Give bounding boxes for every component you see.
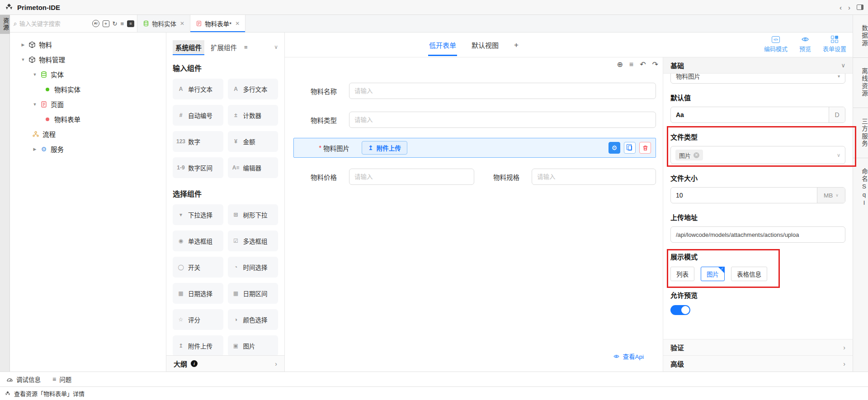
- file-size-unit-select[interactable]: MB ∨: [817, 188, 845, 203]
- component-tile-date-picker[interactable]: ▦日期选择: [173, 283, 223, 304]
- component-tile-time-picker[interactable]: ◔时间选择: [228, 257, 278, 278]
- component-tile-number[interactable]: 123数字: [173, 131, 223, 152]
- palette-menu-icon[interactable]: ≡: [244, 44, 248, 51]
- caret-expanded-icon[interactable]: ▼: [20, 57, 26, 62]
- strip-datasource-tab[interactable]: 数据源: [853, 15, 868, 58]
- component-tile-date-range[interactable]: ▦日期区间: [228, 283, 278, 304]
- preview-button[interactable]: 预览: [799, 35, 811, 53]
- problems-button[interactable]: ≡ 问题: [52, 375, 71, 384]
- bound-field-select[interactable]: 物料图片 ▾: [670, 74, 845, 84]
- form-canvas[interactable]: ⊕ ≡ ↶ ↷ 物料名称 物料类型: [285, 57, 663, 372]
- caret-collapsed-icon[interactable]: ▶: [20, 42, 26, 47]
- component-tile-number-range[interactable]: 1-9数字区间: [173, 157, 223, 178]
- group-basic-header[interactable]: 基础 ∨: [663, 57, 853, 74]
- caret-expanded-icon[interactable]: ▼: [32, 102, 38, 107]
- component-tile-radio-group[interactable]: ◉单选框组: [173, 231, 223, 251]
- ai-icon[interactable]: AI: [92, 20, 99, 27]
- caret-collapsed-icon[interactable]: ▶: [32, 147, 38, 151]
- field-row-material-image-selected[interactable]: * 物料图片 ↥ 附件上传 ⚙: [293, 138, 656, 158]
- component-tile-dropdown[interactable]: ▾下拉选择: [173, 204, 223, 225]
- tree-item-entity-group[interactable]: ▼ 实体: [10, 67, 166, 82]
- default-value-input[interactable]: [671, 111, 829, 118]
- component-tile-editor[interactable]: A≡编辑器: [228, 157, 278, 178]
- outline-bar[interactable]: 大纲 i ›: [166, 355, 284, 372]
- field-material-spec[interactable]: 物料规格: [493, 169, 656, 185]
- view-tab-default-view[interactable]: 默认视图: [471, 34, 500, 56]
- tree-item-service[interactable]: ▶ ⚙ 服务: [10, 141, 166, 156]
- data-view-icon[interactable]: ≡: [127, 20, 134, 27]
- field-settings-button[interactable]: ⚙: [609, 142, 620, 154]
- i18n-globe-icon[interactable]: ⊕: [617, 61, 623, 68]
- close-tab-icon[interactable]: ✕: [180, 20, 184, 27]
- tree-item-material-mgmt[interactable]: ▼ 物料管理: [10, 52, 166, 67]
- field-material-price[interactable]: 物料价格: [285, 169, 474, 185]
- tab-material-form[interactable]: 物料表单* ✕: [190, 15, 245, 32]
- code-mode-button[interactable]: </> 编码模式: [764, 35, 788, 53]
- tree-item-material[interactable]: ▶ 物料: [10, 37, 166, 52]
- allow-preview-toggle[interactable]: [670, 305, 690, 315]
- tab-material-entity[interactable]: 物料实体 ✕: [137, 15, 190, 32]
- file-size-input[interactable]: [671, 192, 817, 199]
- tree-item-material-form[interactable]: 物料表单: [10, 112, 166, 127]
- component-tile-amount[interactable]: ¥金额: [228, 131, 278, 152]
- field-copy-button[interactable]: [624, 142, 636, 154]
- view-api-link[interactable]: 查看Api: [613, 352, 644, 361]
- mode-table-info-button[interactable]: 表格信息: [731, 267, 767, 281]
- component-tile-attachment-upload[interactable]: ↥附件上传: [173, 335, 223, 355]
- activity-resources-tab[interactable]: 资源: [0, 15, 10, 34]
- tree-item-flow[interactable]: 流程: [10, 127, 166, 141]
- mode-list-button[interactable]: 列表: [670, 267, 694, 281]
- strip-offline-resources-tab[interactable]: 离线资源: [853, 58, 868, 108]
- debug-info-button[interactable]: 调试信息: [6, 375, 41, 384]
- nav-back-icon[interactable]: ‹: [840, 4, 842, 11]
- chevron-right-icon[interactable]: ›: [275, 360, 277, 367]
- tag-close-icon[interactable]: ✕: [693, 152, 699, 158]
- new-model-icon[interactable]: +: [103, 20, 109, 27]
- file-type-select[interactable]: 图片 ✕ ∨: [670, 146, 845, 164]
- component-tile-checkbox-group[interactable]: ☑多选框组: [228, 231, 278, 251]
- redo-icon[interactable]: ↷: [652, 61, 658, 68]
- tab-system-components[interactable]: 系统组件: [173, 40, 204, 54]
- strip-third-party-services-tab[interactable]: 三方服务: [853, 108, 868, 158]
- view-tab-lowcode-form[interactable]: 低开表单: [428, 34, 457, 56]
- tree-item-material-entity[interactable]: 物料实体: [10, 82, 166, 97]
- field-delete-button[interactable]: [639, 142, 651, 154]
- layout-panel-icon[interactable]: [857, 5, 863, 10]
- field-row-material-name[interactable]: 物料名称: [285, 83, 656, 99]
- material-spec-input[interactable]: [532, 169, 656, 185]
- material-name-input[interactable]: [349, 83, 656, 99]
- component-tile-tree-select[interactable]: ⊞树形下拉: [228, 204, 278, 225]
- component-tile-switch[interactable]: ◯开关: [173, 257, 223, 278]
- refresh-icon[interactable]: ↻: [113, 21, 118, 27]
- caret-expanded-icon[interactable]: ▼: [32, 72, 38, 77]
- tree-item-page-group[interactable]: ▼ 页面: [10, 97, 166, 112]
- group-validate-header[interactable]: 验证 ›: [663, 339, 853, 355]
- component-tile-counter[interactable]: ±计数器: [228, 105, 278, 126]
- close-tab-icon[interactable]: ✕: [235, 20, 240, 27]
- component-tile-color-picker[interactable]: ◑颜色选择: [228, 309, 278, 330]
- field-list-icon[interactable]: ≡: [629, 61, 633, 68]
- nav-forward-icon[interactable]: ›: [848, 4, 850, 11]
- chevron-right-icon[interactable]: ›: [843, 360, 845, 367]
- search-input[interactable]: [19, 20, 89, 27]
- component-tile-single-text[interactable]: A单行文本: [173, 79, 223, 99]
- attachment-upload-button[interactable]: ↥ 附件上传: [362, 141, 407, 155]
- chevron-right-icon[interactable]: ›: [843, 344, 845, 351]
- chevron-down-icon[interactable]: ∨: [841, 62, 845, 69]
- tab-extended-components[interactable]: 扩展组件: [208, 40, 240, 54]
- palette-collapse-icon[interactable]: ∨: [274, 44, 278, 50]
- component-tile-rating[interactable]: ☆评分: [173, 309, 223, 330]
- group-advanced-header[interactable]: 高级 ›: [663, 355, 853, 372]
- upload-url-input[interactable]: [671, 231, 845, 238]
- field-row-material-type[interactable]: 物料类型: [285, 112, 656, 128]
- form-settings-button[interactable]: 表单设置: [823, 35, 846, 53]
- default-value-addon[interactable]: D: [829, 107, 845, 122]
- strip-named-sql-tab[interactable]: 命名Sql: [853, 158, 868, 217]
- add-view-tab[interactable]: +: [513, 34, 519, 56]
- sort-icon[interactable]: ≡: [120, 21, 124, 27]
- material-price-input[interactable]: [349, 169, 474, 185]
- component-tile-image[interactable]: ▣图片: [228, 335, 278, 355]
- undo-icon[interactable]: ↶: [640, 61, 646, 68]
- material-type-input[interactable]: [349, 112, 656, 128]
- component-tile-multi-text[interactable]: A多行文本: [228, 79, 278, 99]
